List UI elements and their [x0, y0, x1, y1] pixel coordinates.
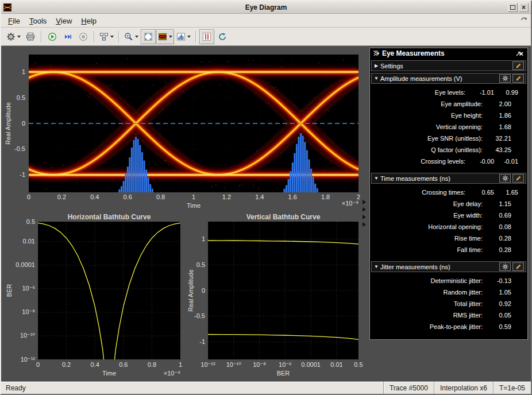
toolbar-separator — [195, 31, 196, 42]
undock-menu-icon[interactable] — [521, 17, 527, 23]
menu-view[interactable]: View — [51, 15, 76, 27]
stop-button[interactable] — [76, 29, 91, 44]
measurement-row: Eye levels:-1.010.99 — [371, 87, 526, 98]
menu-help[interactable]: Help — [76, 15, 101, 27]
histogram-style-button[interactable] — [175, 29, 192, 44]
eye-style-button[interactable] — [156, 29, 174, 44]
measurement-row: Peak-to-peak jitter:0.59 — [371, 321, 526, 332]
section-settings-button[interactable] — [499, 262, 511, 271]
zoom-button[interactable] — [122, 29, 140, 44]
svg-text:10⁻¹²: 10⁻¹² — [21, 356, 36, 363]
svg-text:1.6: 1.6 — [288, 193, 297, 200]
measurement-value: 0.28 — [487, 246, 511, 253]
collapse-section-icon[interactable]: ▼ — [373, 264, 380, 269]
measurement-value: 32.21 — [487, 135, 511, 142]
section-header-settings[interactable]: ▶Settings — [371, 60, 526, 71]
fit-to-view-icon — [144, 32, 153, 41]
scope-settings-button[interactable] — [5, 29, 22, 44]
section-header-amplitude[interactable]: ▼Amplitude measurements (V) — [371, 73, 526, 84]
eye-diagram-window: Eye Diagram × FileToolsViewHelp — [0, 0, 532, 395]
section-label: Amplitude measurements (V) — [380, 75, 499, 82]
svg-text:1: 1 — [202, 235, 205, 242]
measurement-value: 1.15 — [487, 200, 511, 207]
run-button[interactable] — [45, 29, 60, 44]
gear-icon — [6, 32, 16, 41]
crossing-markers-button[interactable] — [199, 29, 214, 44]
dropdown-caret-icon — [169, 36, 172, 38]
crossing-histogram-bar — [306, 150, 308, 192]
section-header-jitter[interactable]: ▼Jitter measurements (ns) — [371, 261, 526, 272]
close-icon: × — [522, 4, 526, 11]
section-settings-button[interactable] — [499, 74, 511, 83]
svg-text:10⁻¹⁰: 10⁻¹⁰ — [20, 332, 36, 339]
svg-text:Vertical Bathtub Curve: Vertical Bathtub Curve — [246, 214, 321, 221]
eye-diagram-plot[interactable]: 00.20.40.60.811.21.41.61.8210.50-0.5-1×1… — [3, 46, 369, 214]
measurement-value: 0.59 — [487, 323, 511, 330]
close-button[interactable]: × — [519, 3, 529, 12]
svg-text:0.8: 0.8 — [156, 193, 165, 200]
collapse-section-icon[interactable]: ▼ — [373, 176, 380, 181]
menu-file[interactable]: File — [3, 15, 25, 27]
window-title: Eye Diagram — [1, 3, 531, 11]
svg-text:10⁻⁸: 10⁻⁸ — [22, 308, 35, 315]
panel-section-settings: ▶Settings — [371, 60, 526, 71]
section-edit-button[interactable] — [512, 262, 524, 271]
section-edit-button[interactable] — [512, 61, 524, 70]
panel-title: Eye Measurements — [382, 49, 514, 57]
crossing-histogram-bar — [310, 169, 312, 192]
measurement-label: Eye amplitude: — [371, 100, 487, 107]
measurement-label: Q factor (unitless): — [371, 146, 487, 153]
crossing-histogram-bar — [118, 189, 120, 192]
maximize-button[interactable] — [508, 3, 518, 12]
fit-to-view-button[interactable] — [141, 29, 156, 44]
menu-tools[interactable]: Tools — [25, 15, 51, 27]
simulation-step-button[interactable] — [98, 29, 115, 44]
measurement-label: Eye width: — [371, 212, 487, 219]
horizontal-bathtub-plot[interactable]: Horizontal Bathtub Curve00.20.40.60.810.… — [3, 214, 193, 381]
crossing-histogram-bar — [290, 171, 291, 192]
svg-text:1.2: 1.2 — [222, 193, 231, 200]
svg-text:1.8: 1.8 — [321, 193, 330, 200]
measurement-label: Crossing times: — [371, 189, 470, 196]
vertical-bathtub-plot[interactable]: Vertical Bathtub Curve10⁻¹²10⁻¹⁰10⁻⁸10⁻⁶… — [187, 214, 367, 381]
measurement-value: 0.65 — [470, 189, 494, 196]
collapse-right-icon — [363, 200, 366, 204]
expand-section-icon[interactable]: ▶ — [373, 63, 380, 68]
panel-sections: ▶Settings▼Amplitude measurements (V)Eye … — [370, 60, 527, 336]
measurement-row: Eye height:1.86 — [371, 110, 526, 121]
section-edit-button[interactable] — [512, 74, 524, 83]
measurement-row: Eye SNR (unitless):32.21 — [371, 133, 526, 144]
zoom-icon — [124, 32, 133, 41]
crossing-histogram-bar — [304, 142, 306, 192]
svg-text:10⁻⁶: 10⁻⁶ — [22, 285, 35, 292]
refresh-button[interactable] — [215, 29, 230, 44]
print-button[interactable] — [23, 29, 38, 44]
section-edit-button[interactable] — [512, 174, 524, 183]
measurement-label: Rise time: — [371, 235, 487, 242]
svg-text:0.5: 0.5 — [26, 218, 35, 225]
collapse-section-icon[interactable]: ▼ — [373, 76, 380, 81]
svg-text:0.0001: 0.0001 — [16, 261, 35, 268]
crossing-histogram-bar — [125, 174, 126, 192]
section-header-time[interactable]: ▼Time measurements (ns) — [371, 173, 526, 184]
section-settings-button[interactable] — [499, 174, 511, 183]
crossing-histogram-bar — [135, 137, 137, 192]
measurement-label: Eye SNR (unitless): — [371, 135, 487, 142]
step-forward-button[interactable] — [60, 29, 75, 44]
collapse-right-icon — [363, 215, 366, 219]
svg-text:1.4: 1.4 — [255, 193, 264, 200]
section-rows: Crossing times:0.651.65Eye delay:1.15Eye… — [371, 184, 526, 260]
svg-text:10⁻⁶: 10⁻⁶ — [279, 361, 292, 368]
svg-text:-1: -1 — [20, 171, 25, 178]
section-rows: Deterministic jitter:-0.13Random jitter:… — [371, 272, 526, 336]
crossing-histogram-bar — [292, 162, 294, 192]
panel-splitter[interactable] — [363, 200, 366, 227]
measurement-row: Rise time:0.28 — [371, 233, 526, 244]
statusbar: Ready Trace #5000Interpolation x6T=1e-05 — [1, 381, 531, 394]
measurement-value: 0.08 — [487, 223, 511, 230]
menubar: FileToolsViewHelp — [1, 14, 531, 28]
titlebar[interactable]: Eye Diagram × — [1, 1, 531, 14]
crossing-histogram-bar — [294, 153, 295, 192]
section-rows: Eye levels:-1.010.99Eye amplitude:2.00Ey… — [371, 84, 526, 171]
measurement-row: Horizontal opening:0.08 — [371, 221, 526, 233]
